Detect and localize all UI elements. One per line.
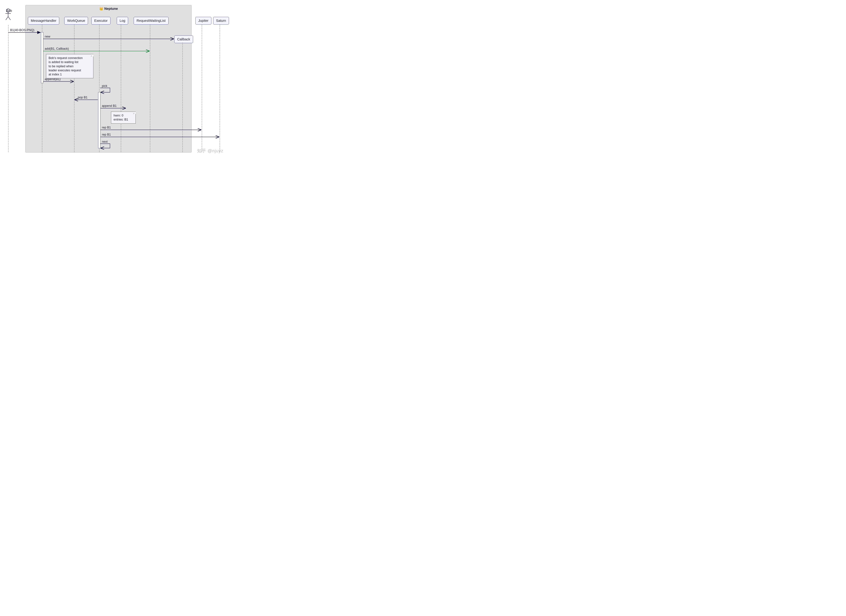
watermark: 知乎 @njuyz: [197, 148, 223, 154]
note-log-state: hwm: 0 entries: B1: [111, 111, 136, 123]
msg-pop: pop B1: [78, 96, 87, 99]
arrows-layer: [3, 3, 227, 155]
msg-rep-jupiter: rep B1: [102, 126, 111, 129]
msg-rep-saturn: rep B1: [102, 133, 111, 136]
msg-append-log: append B1: [102, 104, 116, 108]
msg-pick: pick: [102, 84, 107, 88]
note-waitinglist-text: Bob's request connection is added to wai…: [49, 56, 91, 76]
note-waitinglist: Bob's request connection is added to wai…: [46, 54, 93, 78]
msg-next: next: [102, 140, 107, 144]
note-log-state-text: hwm: 0 entries: B1: [113, 113, 133, 122]
msg-new: new: [45, 35, 50, 38]
sequence-diagram: 👑 Neptune Bob MessageHandler WorkQueue E…: [3, 3, 227, 155]
msg-b1: B1(40-BOS-PNQ): [10, 28, 34, 32]
msg-add: add(B1, Callback): [45, 47, 69, 51]
